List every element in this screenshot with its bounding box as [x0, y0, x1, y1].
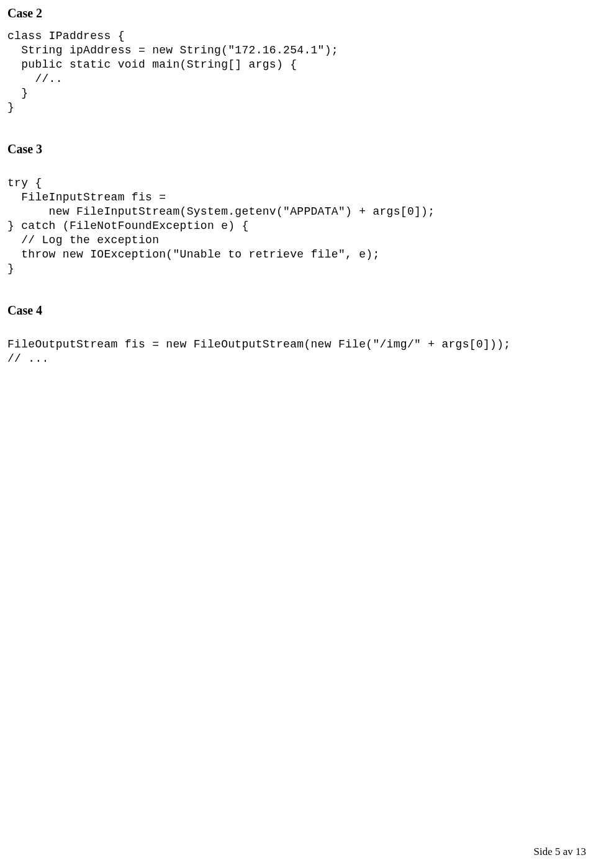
case-2-heading: Case 2 — [7, 6, 596, 20]
case-2-code: class IPaddress { String ipAddress = new… — [7, 29, 596, 115]
page-footer: Side 5 av 13 — [533, 846, 586, 858]
case-3-code: try { FileInputStream fis = new FileInpu… — [7, 176, 596, 276]
case-4-code: FileOutputStream fis = new FileOutputStr… — [7, 338, 596, 366]
case-4-heading: Case 4 — [7, 303, 596, 318]
case-3-heading: Case 3 — [7, 142, 596, 156]
